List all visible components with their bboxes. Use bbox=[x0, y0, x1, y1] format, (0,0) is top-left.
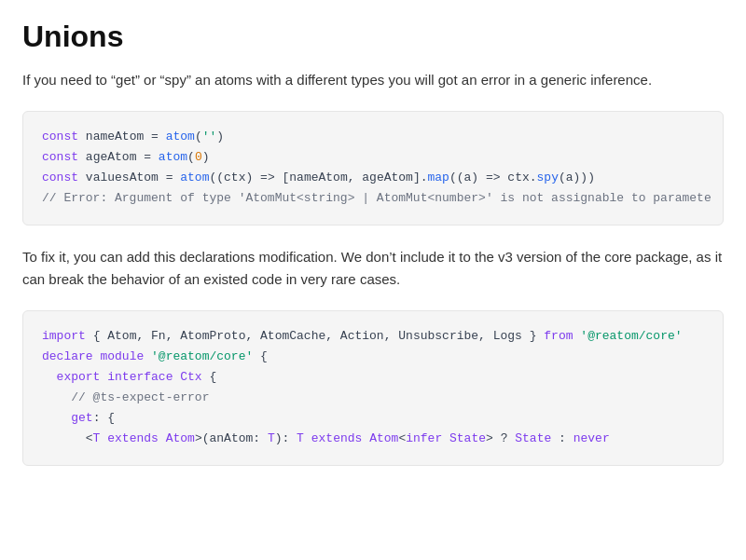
description-1: If you need to “get” or “spy” an atoms w… bbox=[22, 69, 724, 92]
code-line: export interface Ctx { bbox=[42, 367, 704, 388]
code-line: import { Atom, Fn, AtomProto, AtomCache,… bbox=[42, 326, 704, 347]
code-line: <T extends Atom>(anAtom: T): T extends A… bbox=[42, 429, 704, 449]
code-line: // Error: Argument of type 'AtomMut<stri… bbox=[42, 188, 704, 209]
description-2: To fix it, you can add this declarations… bbox=[22, 246, 724, 293]
code-block-1[interactable]: const nameAtom = atom('') const ageAtom … bbox=[22, 111, 724, 225]
page-title: Unions bbox=[22, 19, 724, 54]
code-line: declare module '@reatom/core' { bbox=[42, 347, 704, 367]
code-line: const nameAtom = atom('') bbox=[42, 127, 704, 147]
code-line: const ageAtom = atom(0) bbox=[42, 147, 704, 168]
code-line: const valuesAtom = atom((ctx) => [nameAt… bbox=[42, 168, 704, 188]
code-block-2[interactable]: import { Atom, Fn, AtomProto, AtomCache,… bbox=[22, 310, 724, 466]
code-line: // @ts-expect-error bbox=[42, 388, 704, 408]
code-line: get: { bbox=[42, 408, 704, 429]
